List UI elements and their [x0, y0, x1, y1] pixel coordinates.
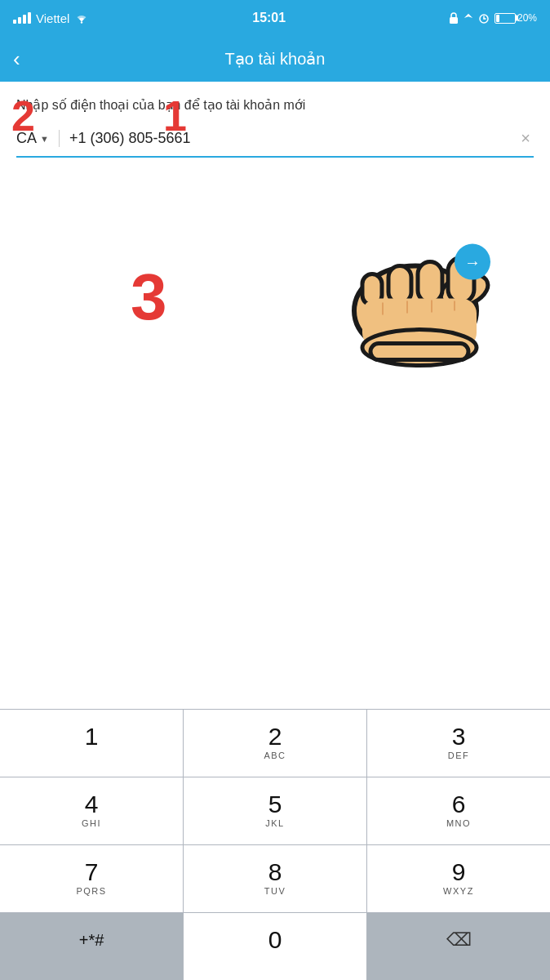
key-9[interactable]: 9 WXYZ	[367, 845, 550, 912]
svg-rect-9	[388, 266, 411, 304]
back-button[interactable]: ‹	[13, 47, 20, 72]
page-title: Tạo tài khoản	[225, 49, 326, 69]
phone-number-input[interactable]	[69, 130, 517, 147]
main-content: 2 1 Nhập số điện thoại của bạn để tạo tà…	[0, 82, 550, 980]
battery-indicator: 20%	[495, 12, 537, 24]
svg-rect-8	[418, 262, 442, 303]
middle-area: 3	[0, 158, 550, 452]
key-backspace[interactable]: ⌫	[367, 913, 550, 980]
lock-icon	[449, 12, 459, 24]
keypad-row-3: 7 PQRS 8 TUV 9 WXYZ	[0, 844, 550, 912]
key-3[interactable]: 3 DEF	[367, 710, 550, 777]
step3-number: 3	[131, 260, 167, 335]
key-2[interactable]: 2 ABC	[184, 710, 367, 777]
wifi-icon	[74, 13, 89, 24]
hand-pointer-illustration: →	[305, 205, 501, 372]
svg-text:→: →	[464, 253, 481, 271]
carrier-name: Viettel	[36, 11, 69, 25]
phone-input-section: CA ▼ ×	[0, 126, 550, 158]
status-bar: Viettel 15:01 20%	[0, 0, 550, 36]
instruction-text: 2 1 Nhập số điện thoại của bạn để tạo tà…	[0, 82, 550, 126]
keypad-row-4: +*# 0 ⌫	[0, 912, 550, 980]
status-right: 20%	[449, 12, 537, 24]
clear-button[interactable]: ×	[517, 126, 534, 151]
key-1[interactable]: 1	[0, 710, 184, 777]
key-symbols[interactable]: +*#	[0, 913, 184, 980]
status-time: 15:01	[252, 11, 286, 25]
backspace-icon: ⌫	[446, 929, 472, 951]
key-5[interactable]: 5 JKL	[184, 777, 367, 844]
keypad-row-2: 4 GHI 5 JKL 6 MNO	[0, 777, 550, 844]
country-code: CA	[16, 130, 37, 147]
status-left: Viettel	[13, 11, 89, 25]
location-icon	[464, 12, 473, 24]
country-selector[interactable]: CA ▼	[16, 130, 60, 147]
key-0[interactable]: 0	[184, 913, 367, 980]
svg-rect-1	[450, 17, 458, 24]
key-4[interactable]: 4 GHI	[0, 777, 184, 844]
instruction-label: Nhập số điện thoại của bạn để tạo tài kh…	[16, 98, 305, 112]
alarm-icon	[478, 12, 490, 24]
dropdown-arrow-icon: ▼	[40, 134, 49, 144]
header: ‹ Tạo tài khoản	[0, 36, 550, 82]
signal-icon	[13, 12, 31, 24]
key-8[interactable]: 8 TUV	[184, 845, 367, 912]
numeric-keypad: 1 2 ABC 3 DEF 4 GHI 5 JKL 6	[0, 709, 550, 980]
battery-text: 20%	[517, 12, 537, 24]
key-7[interactable]: 7 PQRS	[0, 845, 184, 912]
svg-rect-18	[370, 344, 468, 360]
svg-point-0	[81, 21, 82, 23]
keypad-row-1: 1 2 ABC 3 DEF	[0, 709, 550, 777]
key-6[interactable]: 6 MNO	[367, 777, 550, 844]
phone-input-row: CA ▼ ×	[16, 126, 534, 158]
hand-icon: →	[305, 205, 501, 368]
